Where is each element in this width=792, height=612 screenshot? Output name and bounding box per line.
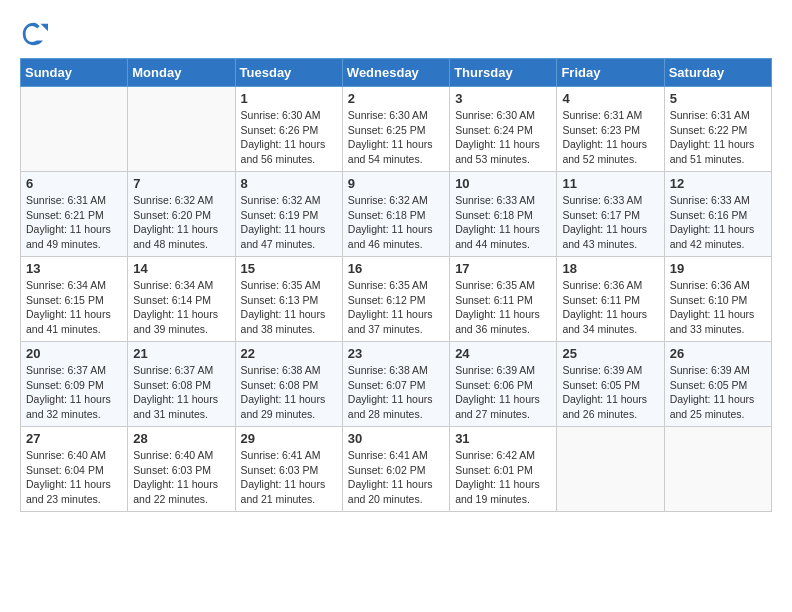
calendar-cell: 23Sunrise: 6:38 AM Sunset: 6:07 PM Dayli… [342,342,449,427]
calendar-cell: 18Sunrise: 6:36 AM Sunset: 6:11 PM Dayli… [557,257,664,342]
calendar-cell: 30Sunrise: 6:41 AM Sunset: 6:02 PM Dayli… [342,427,449,512]
logo-icon [20,20,48,48]
day-number: 10 [455,176,551,191]
day-number: 4 [562,91,658,106]
day-info: Sunrise: 6:42 AM Sunset: 6:01 PM Dayligh… [455,448,551,507]
calendar-cell: 12Sunrise: 6:33 AM Sunset: 6:16 PM Dayli… [664,172,771,257]
calendar-cell: 24Sunrise: 6:39 AM Sunset: 6:06 PM Dayli… [450,342,557,427]
calendar-cell: 28Sunrise: 6:40 AM Sunset: 6:03 PM Dayli… [128,427,235,512]
calendar-cell: 11Sunrise: 6:33 AM Sunset: 6:17 PM Dayli… [557,172,664,257]
calendar-cell: 14Sunrise: 6:34 AM Sunset: 6:14 PM Dayli… [128,257,235,342]
calendar-cell: 15Sunrise: 6:35 AM Sunset: 6:13 PM Dayli… [235,257,342,342]
calendar-week-row: 20Sunrise: 6:37 AM Sunset: 6:09 PM Dayli… [21,342,772,427]
calendar-week-row: 13Sunrise: 6:34 AM Sunset: 6:15 PM Dayli… [21,257,772,342]
calendar-cell: 20Sunrise: 6:37 AM Sunset: 6:09 PM Dayli… [21,342,128,427]
day-number: 30 [348,431,444,446]
day-number: 1 [241,91,337,106]
day-number: 8 [241,176,337,191]
day-info: Sunrise: 6:32 AM Sunset: 6:19 PM Dayligh… [241,193,337,252]
calendar-cell: 27Sunrise: 6:40 AM Sunset: 6:04 PM Dayli… [21,427,128,512]
calendar-table: SundayMondayTuesdayWednesdayThursdayFrid… [20,58,772,512]
svg-marker-0 [41,24,48,31]
day-info: Sunrise: 6:31 AM Sunset: 6:22 PM Dayligh… [670,108,766,167]
calendar-cell: 3Sunrise: 6:30 AM Sunset: 6:24 PM Daylig… [450,87,557,172]
day-info: Sunrise: 6:32 AM Sunset: 6:18 PM Dayligh… [348,193,444,252]
day-info: Sunrise: 6:35 AM Sunset: 6:12 PM Dayligh… [348,278,444,337]
day-info: Sunrise: 6:30 AM Sunset: 6:24 PM Dayligh… [455,108,551,167]
calendar-cell: 4Sunrise: 6:31 AM Sunset: 6:23 PM Daylig… [557,87,664,172]
weekday-header: Sunday [21,59,128,87]
day-info: Sunrise: 6:34 AM Sunset: 6:15 PM Dayligh… [26,278,122,337]
calendar-cell: 2Sunrise: 6:30 AM Sunset: 6:25 PM Daylig… [342,87,449,172]
calendar-cell: 26Sunrise: 6:39 AM Sunset: 6:05 PM Dayli… [664,342,771,427]
day-info: Sunrise: 6:35 AM Sunset: 6:11 PM Dayligh… [455,278,551,337]
weekday-header: Friday [557,59,664,87]
day-number: 23 [348,346,444,361]
calendar-cell: 13Sunrise: 6:34 AM Sunset: 6:15 PM Dayli… [21,257,128,342]
calendar-cell: 10Sunrise: 6:33 AM Sunset: 6:18 PM Dayli… [450,172,557,257]
day-number: 9 [348,176,444,191]
day-number: 19 [670,261,766,276]
day-number: 12 [670,176,766,191]
day-number: 7 [133,176,229,191]
day-info: Sunrise: 6:31 AM Sunset: 6:23 PM Dayligh… [562,108,658,167]
day-number: 11 [562,176,658,191]
day-info: Sunrise: 6:40 AM Sunset: 6:03 PM Dayligh… [133,448,229,507]
calendar-cell: 8Sunrise: 6:32 AM Sunset: 6:19 PM Daylig… [235,172,342,257]
day-number: 18 [562,261,658,276]
weekday-header: Monday [128,59,235,87]
weekday-header: Saturday [664,59,771,87]
day-info: Sunrise: 6:39 AM Sunset: 6:05 PM Dayligh… [562,363,658,422]
calendar-cell [664,427,771,512]
day-number: 21 [133,346,229,361]
calendar-cell [128,87,235,172]
calendar-week-row: 1Sunrise: 6:30 AM Sunset: 6:26 PM Daylig… [21,87,772,172]
weekday-header: Wednesday [342,59,449,87]
day-info: Sunrise: 6:37 AM Sunset: 6:08 PM Dayligh… [133,363,229,422]
calendar-cell [21,87,128,172]
calendar-header: SundayMondayTuesdayWednesdayThursdayFrid… [21,59,772,87]
calendar-cell: 25Sunrise: 6:39 AM Sunset: 6:05 PM Dayli… [557,342,664,427]
calendar-cell: 5Sunrise: 6:31 AM Sunset: 6:22 PM Daylig… [664,87,771,172]
calendar-cell: 22Sunrise: 6:38 AM Sunset: 6:08 PM Dayli… [235,342,342,427]
day-number: 20 [26,346,122,361]
day-info: Sunrise: 6:33 AM Sunset: 6:18 PM Dayligh… [455,193,551,252]
day-number: 28 [133,431,229,446]
page-header [20,20,772,48]
calendar-cell: 9Sunrise: 6:32 AM Sunset: 6:18 PM Daylig… [342,172,449,257]
day-number: 2 [348,91,444,106]
day-number: 22 [241,346,337,361]
day-number: 17 [455,261,551,276]
weekday-header: Thursday [450,59,557,87]
day-number: 6 [26,176,122,191]
weekday-row: SundayMondayTuesdayWednesdayThursdayFrid… [21,59,772,87]
day-number: 26 [670,346,766,361]
calendar-cell: 31Sunrise: 6:42 AM Sunset: 6:01 PM Dayli… [450,427,557,512]
day-info: Sunrise: 6:38 AM Sunset: 6:07 PM Dayligh… [348,363,444,422]
calendar-body: 1Sunrise: 6:30 AM Sunset: 6:26 PM Daylig… [21,87,772,512]
calendar-cell: 19Sunrise: 6:36 AM Sunset: 6:10 PM Dayli… [664,257,771,342]
day-info: Sunrise: 6:37 AM Sunset: 6:09 PM Dayligh… [26,363,122,422]
day-info: Sunrise: 6:33 AM Sunset: 6:16 PM Dayligh… [670,193,766,252]
day-info: Sunrise: 6:32 AM Sunset: 6:20 PM Dayligh… [133,193,229,252]
day-number: 13 [26,261,122,276]
day-info: Sunrise: 6:41 AM Sunset: 6:02 PM Dayligh… [348,448,444,507]
day-info: Sunrise: 6:36 AM Sunset: 6:10 PM Dayligh… [670,278,766,337]
day-info: Sunrise: 6:33 AM Sunset: 6:17 PM Dayligh… [562,193,658,252]
calendar-cell: 1Sunrise: 6:30 AM Sunset: 6:26 PM Daylig… [235,87,342,172]
calendar-cell: 6Sunrise: 6:31 AM Sunset: 6:21 PM Daylig… [21,172,128,257]
day-number: 15 [241,261,337,276]
day-number: 5 [670,91,766,106]
day-number: 24 [455,346,551,361]
day-info: Sunrise: 6:36 AM Sunset: 6:11 PM Dayligh… [562,278,658,337]
day-number: 16 [348,261,444,276]
weekday-header: Tuesday [235,59,342,87]
calendar-week-row: 27Sunrise: 6:40 AM Sunset: 6:04 PM Dayli… [21,427,772,512]
day-info: Sunrise: 6:30 AM Sunset: 6:26 PM Dayligh… [241,108,337,167]
day-number: 14 [133,261,229,276]
day-number: 31 [455,431,551,446]
day-number: 25 [562,346,658,361]
day-info: Sunrise: 6:41 AM Sunset: 6:03 PM Dayligh… [241,448,337,507]
day-number: 3 [455,91,551,106]
day-info: Sunrise: 6:39 AM Sunset: 6:05 PM Dayligh… [670,363,766,422]
